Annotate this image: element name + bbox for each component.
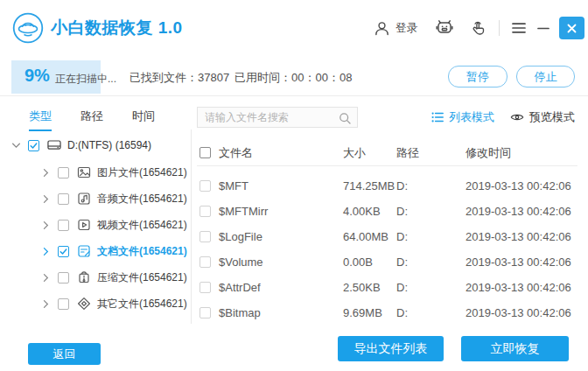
column-header-size[interactable]: 大小 xyxy=(343,145,396,161)
view-mode-toggle: 列表模式 预览模式 xyxy=(431,109,575,125)
video-file-icon xyxy=(77,218,91,232)
tab-time[interactable]: 时间 xyxy=(132,108,155,131)
files-found-text: 已找到文件：37807 xyxy=(130,70,229,86)
chevron-down-icon[interactable] xyxy=(11,141,21,150)
row-checkbox[interactable] xyxy=(200,180,211,192)
back-button[interactable]: 返回 xyxy=(28,343,101,365)
chevron-right-icon[interactable] xyxy=(41,168,51,178)
stop-button[interactable]: 停止 xyxy=(516,66,575,88)
tree-item-label: 视频文件(1654621) xyxy=(97,218,187,233)
table-row[interactable]: $Bitmap 9.69MB D: 2019-03-13 00:42:06 xyxy=(197,300,578,326)
column-header-filename[interactable]: 文件名 xyxy=(219,145,343,161)
archive-files-checkbox[interactable] xyxy=(58,272,69,284)
audio-file-icon xyxy=(77,192,91,206)
pause-button[interactable]: 暂停 xyxy=(448,66,508,88)
tree-item-video-files[interactable]: 视频文件(1654621) xyxy=(11,212,188,238)
audio-files-checkbox[interactable] xyxy=(58,193,69,205)
drive-checkbox[interactable] xyxy=(28,140,39,151)
tree-item-archive-files[interactable]: 压缩文件(1654621) xyxy=(11,264,188,290)
cell-filename: $AttrDef xyxy=(219,281,343,294)
elapsed-time-text: 已用时间：00：00：08 xyxy=(234,70,352,86)
search-input[interactable] xyxy=(198,108,357,127)
chevron-right-icon[interactable] xyxy=(41,194,51,204)
tree-item-label: 图片文件(1654621) xyxy=(97,165,187,180)
cell-path: D: xyxy=(396,281,466,294)
app-logo-icon xyxy=(12,12,44,44)
cell-size: 714.25MB xyxy=(343,179,396,192)
file-list-panel: 列表模式 预览模式 文件名 大小 路径 修改时间 $MFT 714.25MB xyxy=(197,103,578,331)
cell-filename: $Bitmap xyxy=(219,306,343,319)
app-title: 小白数据恢复 1.0 xyxy=(51,0,183,56)
robot-support-icon[interactable] xyxy=(435,18,454,38)
cell-filename: $LogFile xyxy=(219,230,343,243)
cell-size: 64.00MB xyxy=(343,230,396,243)
titlebar-divider xyxy=(499,20,500,36)
select-all-checkbox[interactable] xyxy=(200,147,211,158)
table-row[interactable]: $Volume 0.00B D: 2019-03-13 00:42:06 xyxy=(197,249,578,275)
tree-item-label: D:(NTFS) (16594) xyxy=(67,139,151,151)
tree-item-other-files[interactable]: 其它文件(1654621) xyxy=(11,290,188,317)
cell-filename: $MFT xyxy=(219,179,343,192)
cell-size: 4.00KB xyxy=(343,205,396,218)
document-files-checkbox[interactable] xyxy=(58,246,69,257)
row-checkbox[interactable] xyxy=(200,231,211,242)
tab-type[interactable]: 类型 xyxy=(29,108,52,131)
scan-status-text: 正在扫描中... xyxy=(55,72,116,87)
table-row[interactable]: $MFTMirr 4.00KB D: 2019-03-13 00:42:06 xyxy=(197,199,578,224)
chevron-right-icon[interactable] xyxy=(41,273,51,283)
hand-click-icon[interactable] xyxy=(470,20,486,37)
list-mode-icon xyxy=(431,111,444,123)
drive-icon xyxy=(47,138,61,152)
image-files-checkbox[interactable] xyxy=(58,167,69,178)
column-header-path[interactable]: 路径 xyxy=(396,145,466,161)
cell-path: D: xyxy=(396,179,466,192)
row-checkbox[interactable] xyxy=(200,206,211,217)
cell-path: D: xyxy=(396,230,466,243)
recover-now-button[interactable]: 立即恢复 xyxy=(461,336,569,361)
cell-mtime: 2019-03-13 00:42:06 xyxy=(466,205,578,218)
chevron-right-icon[interactable] xyxy=(41,247,51,256)
column-header-mtime[interactable]: 修改时间 xyxy=(466,145,578,161)
other-files-checkbox[interactable] xyxy=(58,298,69,310)
video-files-checkbox[interactable] xyxy=(58,220,69,231)
tree-item-drive[interactable]: D:(NTFS) (16594) xyxy=(11,131,188,159)
export-file-list-button[interactable]: 导出文件列表 xyxy=(338,336,444,361)
image-file-icon xyxy=(77,165,91,179)
cell-size: 9.69MB xyxy=(343,306,396,319)
tree-item-image-files[interactable]: 图片文件(1654621) xyxy=(11,159,188,186)
cell-size: 2.50KB xyxy=(343,281,396,294)
list-mode-button[interactable]: 列表模式 xyxy=(431,109,494,125)
minimize-icon[interactable] xyxy=(537,22,550,34)
sidebar: 类型 路径 时间 D:(NTFS) xyxy=(11,103,188,331)
close-icon[interactable] xyxy=(559,17,584,39)
row-checkbox[interactable] xyxy=(200,282,211,293)
tab-path[interactable]: 路径 xyxy=(80,108,103,131)
preview-mode-button[interactable]: 预览模式 xyxy=(510,109,575,125)
tree-item-label: 文档文件(1654621) xyxy=(97,244,187,259)
table-row[interactable]: $AttrDef 2.50KB D: 2019-03-13 00:42:06 xyxy=(197,275,578,300)
file-table: $MFT 714.25MB D: 2019-03-13 00:42:06 $MF… xyxy=(197,173,578,326)
search-box xyxy=(197,107,358,128)
search-icon[interactable] xyxy=(339,112,351,124)
table-row[interactable]: $LogFile 64.00MB D: 2019-03-13 00:42:06 xyxy=(197,224,578,249)
document-file-icon xyxy=(77,244,91,258)
cell-path: D: xyxy=(396,205,466,218)
tree-item-label: 压缩文件(1654621) xyxy=(97,270,187,285)
cell-filename: $MFTMirr xyxy=(219,205,343,218)
cell-path: D: xyxy=(396,306,466,319)
table-row[interactable]: $MFT 714.25MB D: 2019-03-13 00:42:06 xyxy=(197,173,578,199)
row-checkbox[interactable] xyxy=(200,256,211,268)
tree-item-audio-files[interactable]: 音频文件(1654621) xyxy=(11,186,188,212)
menu-icon[interactable] xyxy=(512,22,526,34)
chevron-right-icon[interactable] xyxy=(41,220,51,230)
user-icon[interactable] xyxy=(374,20,390,37)
eye-icon xyxy=(510,112,524,122)
tree-item-document-files[interactable]: 文档文件(1654621) xyxy=(11,238,188,264)
row-checkbox[interactable] xyxy=(200,307,211,318)
chevron-right-icon[interactable] xyxy=(41,299,51,309)
progress-percent: 9% xyxy=(24,66,50,86)
cell-mtime: 2019-03-13 00:42:06 xyxy=(466,281,578,294)
archive-file-icon xyxy=(77,270,91,284)
file-type-tree: D:(NTFS) (16594) 图片文件(1654621) xyxy=(11,131,188,317)
login-button[interactable]: 登录 xyxy=(396,21,417,36)
